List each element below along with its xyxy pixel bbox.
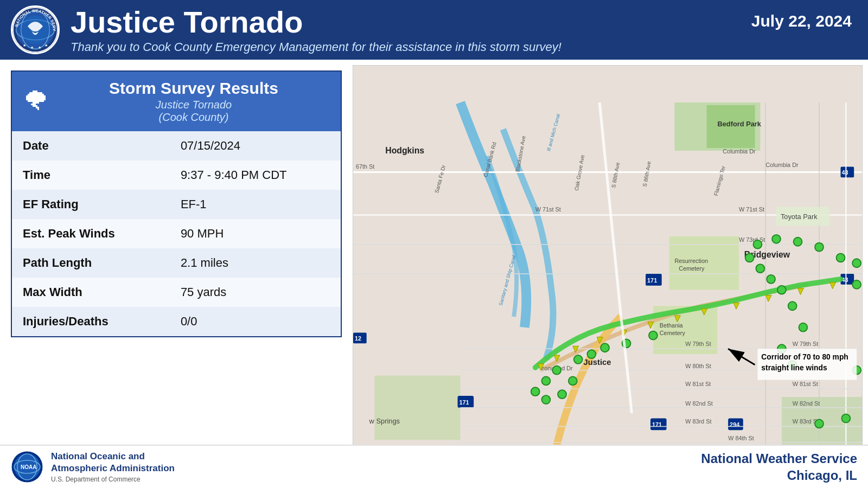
noaa-org-name: National Oceanic and Atmospheric Adminis… (51, 451, 175, 474)
survey-row-label: Est. Peak Winds (12, 219, 170, 248)
svg-point-113 (815, 243, 824, 252)
survey-row-value: EF-1 (170, 190, 341, 219)
svg-text:W 71st St: W 71st St (535, 206, 561, 213)
svg-text:Toyota Park: Toyota Park (781, 213, 818, 221)
svg-text:Columbia Dr: Columbia Dr (765, 162, 799, 168)
nws-credit-text: National Weather Service Chicago, IL (701, 450, 857, 484)
survey-header-text: Storm Survey Results Justice Tornado(Coo… (58, 79, 330, 124)
svg-point-95 (531, 387, 540, 396)
svg-point-112 (794, 237, 802, 246)
svg-text:Columbia Dr: Columbia Dr (723, 148, 756, 155)
svg-text:w Springs: w Springs (369, 417, 400, 425)
svg-text:171: 171 (652, 421, 662, 428)
survey-row-label: Path Length (12, 248, 170, 278)
survey-row-value: 2.1 miles (170, 248, 341, 278)
svg-point-109 (799, 323, 807, 332)
svg-text:NOAA: NOAA (21, 464, 36, 470)
svg-text:Bedford Park: Bedford Park (717, 120, 761, 128)
svg-point-114 (837, 253, 845, 262)
map-container: Bedford Park Resurrection Cemetery Betha… (353, 66, 862, 482)
svg-point-94 (542, 377, 551, 386)
survey-row-value: 90 MPH (170, 219, 341, 248)
survey-row-label: Date (12, 131, 170, 160)
survey-title: Storm Survey Results (58, 79, 330, 98)
svg-point-103 (649, 331, 658, 340)
survey-row-value: 07/15/2024 (170, 131, 341, 160)
survey-results-box: 🌪 Storm Survey Results Justice Tornado(C… (11, 70, 342, 337)
svg-point-110 (754, 240, 762, 249)
footer-bar: NOAA National Oceanic and Atmospheric Ad… (0, 445, 868, 488)
svg-text:Corridor of 70 to 80 mph: Corridor of 70 to 80 mph (761, 352, 848, 361)
svg-point-108 (788, 301, 797, 310)
header-subtitle: Thank you to Cook County Emergency Manag… (71, 40, 857, 54)
svg-point-97 (558, 390, 566, 399)
survey-table-row: Path Length2.1 miles (12, 248, 341, 278)
survey-row-label: Time (12, 160, 170, 190)
svg-text:★: ★ (38, 45, 41, 50)
svg-text:Cemetery: Cemetery (679, 265, 705, 272)
svg-text:12: 12 (355, 335, 361, 342)
svg-point-104 (745, 253, 754, 262)
svg-text:43: 43 (841, 169, 848, 176)
survey-row-value: 9:37 - 9:40 PM CDT (170, 160, 341, 190)
svg-text:W 79th St: W 79th St (793, 341, 819, 347)
survey-data-table: Date07/15/2024Time9:37 - 9:40 PM CDTEF R… (12, 131, 341, 336)
svg-point-107 (777, 286, 786, 294)
tornado-icon: 🌪 (23, 88, 49, 114)
survey-table-row: Est. Peak Winds90 MPH (12, 219, 341, 248)
survey-table-row: Injuries/Deaths0/0 (12, 307, 341, 336)
svg-text:Bethania: Bethania (660, 322, 684, 329)
svg-text:W 82nd St: W 82nd St (685, 400, 713, 407)
svg-text:★: ★ (23, 43, 26, 48)
svg-text:W 83rd St: W 83rd St (685, 418, 711, 425)
svg-text:Cemetery: Cemetery (660, 330, 686, 336)
survey-table-row: Date07/15/2024 (12, 131, 341, 160)
svg-text:294: 294 (730, 421, 739, 428)
page-header: NATIONAL WEATHER SERVICE ★ ★ ★ ★ Justice… (0, 0, 868, 60)
svg-text:W 80th St: W 80th St (685, 363, 711, 369)
svg-text:67th St: 67th St (356, 163, 374, 170)
svg-text:Hodgkins: Hodgkins (385, 146, 424, 155)
main-content: 🌪 Storm Survey Results Justice Tornado(C… (0, 60, 868, 488)
svg-point-99 (574, 355, 583, 364)
survey-table-row: Time9:37 - 9:40 PM CDT (12, 160, 341, 190)
svg-text:W 81st St: W 81st St (685, 381, 711, 387)
svg-text:171: 171 (459, 399, 469, 406)
survey-header: 🌪 Storm Survey Results Justice Tornado(C… (12, 72, 341, 131)
svg-text:W 84th St: W 84th St (728, 435, 754, 441)
header-text-block: Justice Tornado Thank you to Cook County… (71, 5, 857, 54)
noaa-text-block: National Oceanic and Atmospheric Adminis… (51, 451, 175, 483)
svg-point-105 (756, 264, 765, 273)
survey-table-row: Max Width75 yards (12, 278, 341, 307)
svg-text:★: ★ (44, 43, 48, 48)
svg-point-115 (852, 259, 861, 267)
svg-text:171: 171 (647, 277, 657, 284)
svg-point-100 (587, 350, 596, 358)
survey-row-value: 75 yards (170, 278, 341, 307)
map-svg: Bedford Park Resurrection Cemetery Betha… (353, 66, 862, 482)
svg-point-101 (601, 343, 609, 352)
svg-point-98 (569, 377, 577, 386)
svg-text:W 79th St: W 79th St (685, 341, 711, 347)
svg-point-116 (852, 280, 861, 289)
svg-point-96 (542, 395, 551, 404)
svg-text:★: ★ (30, 45, 34, 50)
svg-text:straight line winds: straight line winds (761, 363, 827, 372)
svg-text:W 82nd St: W 82nd St (793, 400, 820, 407)
noaa-logo-svg: NOAA (11, 451, 43, 483)
noaa-dept-label: U.S. Department of Commerce (51, 476, 175, 483)
map-panel: Bedford Park Resurrection Cemetery Betha… (353, 65, 863, 483)
nws-logo: NATIONAL WEATHER SERVICE ★ ★ ★ ★ (11, 5, 60, 54)
svg-rect-20 (374, 376, 460, 440)
svg-point-93 (552, 366, 561, 375)
survey-subtitle: Justice Tornado(Cook County) (58, 99, 330, 124)
svg-point-120 (815, 420, 824, 428)
page-title: Justice Tornado (71, 5, 857, 39)
event-date: July 22, 2024 (751, 12, 852, 30)
left-panel: 🌪 Storm Survey Results Justice Tornado(C… (0, 60, 353, 488)
svg-text:W 71st St: W 71st St (739, 206, 764, 213)
svg-point-111 (772, 235, 781, 243)
survey-row-label: Max Width (12, 278, 170, 307)
survey-row-label: EF Rating (12, 190, 170, 219)
survey-row-value: 0/0 (170, 307, 341, 336)
